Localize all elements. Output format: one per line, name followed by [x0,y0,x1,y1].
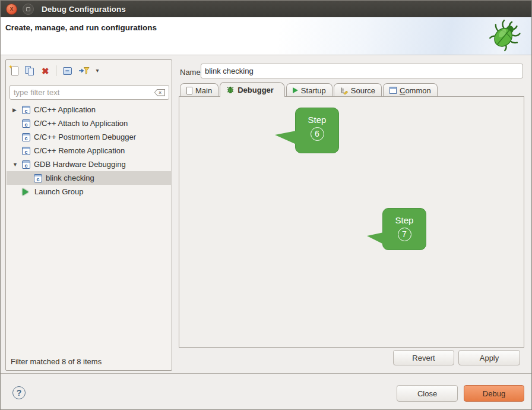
tab-bar: Main Debugger Startup [180,83,439,97]
tree-item-label: C/C++ Remote Application [34,146,125,155]
name-input[interactable]: blink checking [201,64,523,78]
help-button[interactable]: ? [12,386,26,399]
filter-configurations-icon[interactable] [78,67,90,75]
configuration-tree: ▶ c C/C++ Application c C/C++ Attach to … [7,103,171,198]
source-tab-icon [340,87,348,94]
tree-item-blink-checking[interactable]: c blink checking [7,171,171,185]
step-number: 6 [311,127,324,141]
tree-item-label: C/C++ Application [34,105,96,114]
tree-item-cpp-attach[interactable]: c C/C++ Attach to Application [7,116,171,130]
revert-button[interactable]: Revert [393,350,454,365]
tree-item-launch-group[interactable]: Launch Group [7,185,171,198]
tree-item-label: C/C++ Attach to Application [34,119,128,128]
c-launch-icon: c [22,133,30,141]
tree-item-gdb-hardware[interactable]: ▼ c GDB Hardware Debugging [7,157,171,171]
tab-debugger[interactable]: Debugger [220,82,285,97]
step-number: 7 [398,228,411,241]
configurations-toolbar: ✦ ✖ − ▾ [11,65,99,77]
callout-tail [367,232,384,244]
expander-icon[interactable]: ▼ [10,162,22,168]
tree-item-label: blink checking [46,174,94,182]
tree-item-label: C/C++ Postmortem Debugger [34,133,136,141]
debug-bug-icon [486,18,523,53]
c-launch-icon: c [22,160,30,169]
titlebar: x Debug Configurations [1,1,532,17]
duplicate-configuration-icon[interactable] [25,66,35,76]
filter-status: Filter matched 8 of 8 items [11,357,102,366]
collapse-all-icon[interactable]: − [63,67,72,75]
tree-item-label: Launch Group [34,187,83,196]
page-title: Create, manage, and run configurations [5,23,157,32]
delete-configuration-icon[interactable]: ✖ [42,67,49,75]
name-label: Name: [180,68,202,77]
window-maximize-icon[interactable] [23,4,34,15]
c-launch-icon: c [22,147,30,155]
configurations-panel: ✦ ✖ − ▾ type filter text × [5,59,172,371]
filter-input[interactable]: type filter text × [10,85,169,100]
c-launch-icon: c [22,106,30,114]
launch-group-icon [23,188,28,195]
callout-tail [275,131,296,144]
filter-menu-dropdown-icon[interactable]: ▾ [96,68,99,74]
tab-main[interactable]: Main [180,83,218,97]
c-launch-icon: c [22,119,30,128]
tab-startup[interactable]: Startup [286,83,332,97]
tree-item-cpp-application[interactable]: ▶ c C/C++ Application [7,103,171,116]
expander-icon[interactable]: ▶ [10,107,22,113]
window-title: Debug Configurations [42,5,126,14]
c-launch-icon: c [34,174,42,182]
debug-button[interactable]: Debug [464,385,524,402]
dialog-button-bar: ? Close Debug [1,373,532,410]
tree-item-label: GDB Hardware Debugging [34,160,126,169]
apply-button[interactable]: Apply [458,350,520,365]
tab-common[interactable]: Common [383,83,438,97]
step-6-callout: Step 6 [295,108,339,153]
dialog-header: Create, manage, and run configurations [1,17,532,55]
common-tab-icon [390,87,397,94]
debugger-tab-content [179,96,524,348]
tree-item-cpp-postmortem[interactable]: c C/C++ Postmortem Debugger [7,130,171,144]
filter-placeholder: type filter text [14,88,154,97]
dialog-body: ✦ ✖ − ▾ type filter text × [1,55,532,373]
step-7-callout: Step 7 [382,208,426,250]
tab-source[interactable]: Source [334,83,382,97]
close-button[interactable]: Close [397,385,458,402]
clear-filter-icon[interactable]: × [154,89,165,96]
tree-item-cpp-remote[interactable]: c C/C++ Remote Application [7,144,171,157]
main-tab-icon [186,87,192,94]
startup-tab-icon [293,87,298,93]
debugger-tab-bug-icon [226,86,235,94]
toolbar-separator [56,65,56,76]
new-configuration-icon[interactable]: ✦ [11,67,18,75]
window-close-icon[interactable]: x [6,4,17,15]
